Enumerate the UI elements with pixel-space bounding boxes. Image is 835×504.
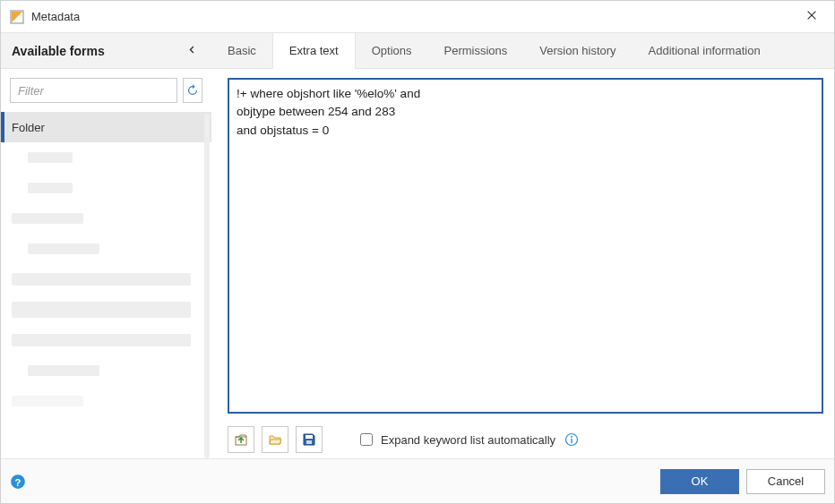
extra-text-editor[interactable]: !+ where objshort like '%elo%' and objty… xyxy=(228,78,823,414)
tab-basic[interactable]: Basic xyxy=(211,33,272,68)
close-button[interactable] xyxy=(798,9,825,25)
filter-row xyxy=(1,78,211,112)
expand-keyword-label: Expand keyword list automatically xyxy=(381,433,555,447)
tab-permissions[interactable]: Permissions xyxy=(428,33,524,68)
placeholder xyxy=(12,213,83,224)
list-item[interactable] xyxy=(1,386,211,416)
refresh-icon xyxy=(186,84,199,97)
placeholder xyxy=(12,396,83,406)
open-file-button[interactable] xyxy=(262,426,288,453)
app-icon xyxy=(10,10,24,24)
svg-rect-5 xyxy=(306,440,312,444)
svg-rect-4 xyxy=(306,435,313,439)
load-icon xyxy=(234,432,248,447)
window-title: Metadata xyxy=(31,10,798,23)
placeholder xyxy=(28,365,99,376)
svg-point-7 xyxy=(571,436,572,438)
save-button[interactable] xyxy=(296,426,323,453)
main-panel: !+ where objshort like '%elo%' and objty… xyxy=(211,69,834,458)
folder-open-icon xyxy=(268,432,282,447)
cancel-button[interactable]: Cancel xyxy=(746,469,825,494)
editor-toolbar: Expand keyword list automatically xyxy=(228,426,823,453)
tabs: Basic Extra text Options Permissions Ver… xyxy=(211,33,834,68)
load-text-button[interactable] xyxy=(228,426,254,453)
tab-options[interactable]: Options xyxy=(356,33,428,68)
chevron-left-icon xyxy=(187,45,197,55)
svg-rect-8 xyxy=(571,439,572,443)
list-item[interactable] xyxy=(1,325,211,355)
filter-input[interactable] xyxy=(10,78,177,103)
svg-text:?: ? xyxy=(15,476,22,487)
sidebar: Folder xyxy=(1,69,211,458)
help-button[interactable]: ? xyxy=(10,474,26,490)
list-item[interactable] xyxy=(1,355,211,386)
tab-additional-information[interactable]: Additional information xyxy=(633,33,777,68)
sidebar-scrollbar[interactable] xyxy=(204,114,210,458)
forms-header: Available forms xyxy=(1,33,211,68)
tab-extra-text[interactable]: Extra text xyxy=(272,33,356,69)
ok-button[interactable]: OK xyxy=(660,469,739,494)
close-icon xyxy=(805,9,818,21)
save-icon xyxy=(302,432,316,447)
list-item[interactable] xyxy=(1,264,211,295)
refresh-button[interactable] xyxy=(183,78,202,103)
info-icon[interactable] xyxy=(564,432,579,447)
placeholder xyxy=(28,183,73,193)
list-item[interactable] xyxy=(1,203,211,234)
header-row: Available forms Basic Extra text Options… xyxy=(1,33,834,69)
list-item[interactable] xyxy=(1,234,211,264)
forms-list: Folder xyxy=(1,112,211,458)
expand-keyword-checkbox-wrap: Expand keyword list automatically xyxy=(357,431,579,448)
list-item[interactable] xyxy=(1,295,211,325)
footer: ? OK Cancel xyxy=(1,458,834,503)
placeholder xyxy=(28,152,73,163)
list-item-label: Folder xyxy=(12,121,45,134)
list-item-folder[interactable]: Folder xyxy=(1,112,211,142)
placeholder xyxy=(12,273,191,286)
placeholder xyxy=(12,334,191,346)
tab-version-history[interactable]: Version history xyxy=(523,33,632,68)
collapse-sidebar-button[interactable] xyxy=(183,44,201,57)
available-forms-label: Available forms xyxy=(12,44,183,58)
list-item[interactable] xyxy=(1,173,211,203)
titlebar: Metadata xyxy=(1,1,834,33)
body: Folder !+ where objshort like '%elo%' an… xyxy=(1,69,834,458)
placeholder xyxy=(12,302,191,318)
expand-keyword-checkbox[interactable] xyxy=(360,433,373,446)
placeholder xyxy=(28,243,99,254)
list-item[interactable] xyxy=(1,142,211,173)
